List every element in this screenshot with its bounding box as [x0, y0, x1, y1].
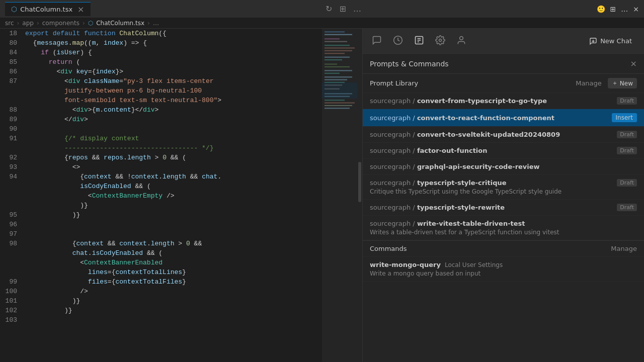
chat-icon[interactable]: [370, 33, 384, 49]
line-num-94b: [5, 182, 17, 191]
svg-rect-1: [325, 31, 345, 32]
prompt-name: sourcegraph / convert-to-sveltekit-updat…: [370, 131, 613, 138]
account-icon[interactable]: [454, 33, 468, 49]
prompt-item-header: sourcegraph / write-vitest-table-driven-…: [370, 220, 637, 227]
svg-rect-2: [325, 34, 352, 35]
prompt-item-ts-rewrite[interactable]: sourcegraph / typescript-style-rewrite D…: [363, 200, 644, 216]
prompt-item-vitest[interactable]: sourcegraph / write-vitest-table-driven-…: [363, 216, 644, 240]
svg-rect-8: [325, 53, 345, 54]
line-num-87c: [5, 96, 17, 105]
prompt-item-header: sourcegraph / convert-from-typescript-to…: [370, 97, 637, 105]
line-num-18: 18: [5, 29, 17, 38]
svg-rect-26: [322, 82, 357, 99]
svg-rect-24: [325, 105, 352, 106]
minimap: [322, 29, 357, 362]
line-num-94d: [5, 201, 17, 210]
svg-rect-23: [325, 103, 355, 104]
close-window-icon[interactable]: ×: [633, 5, 639, 13]
line-num-92: 92: [5, 153, 17, 162]
prompt-item-ts-critique[interactable]: sourcegraph / typescript-style-critique …: [363, 175, 644, 200]
prompt-name: sourcegraph / write-vitest-table-driven-…: [370, 220, 637, 227]
tab-close-button[interactable]: ×: [77, 5, 84, 14]
new-label: New: [620, 80, 633, 87]
prompt-name: sourcegraph / typescript-style-critique: [370, 179, 613, 187]
line-num-98c: [5, 258, 17, 267]
code-line-96: [25, 220, 317, 229]
code-line-87c: font-semibold text-sm text-neutral-800">: [25, 96, 317, 105]
manage-commands-button[interactable]: Manage: [611, 245, 637, 252]
svg-rect-4: [325, 41, 347, 42]
prompt-item-convert-ts-go[interactable]: sourcegraph / convert-from-typescript-to…: [363, 93, 644, 109]
svg-rect-14: [325, 73, 340, 74]
manage-prompts-button[interactable]: Manage: [574, 78, 604, 88]
editor-scrollbar[interactable]: [357, 29, 362, 362]
prompt-item-convert-svelte[interactable]: sourcegraph / convert-to-sveltekit-updat…: [363, 127, 644, 143]
svg-rect-15: [325, 76, 352, 77]
history-icon[interactable]: [391, 33, 405, 49]
panel-icon[interactable]: ⊞: [610, 5, 616, 13]
new-prompt-button[interactable]: ＋ New: [608, 78, 637, 88]
code-line-102: )}: [25, 306, 317, 315]
prompt-item-graphql[interactable]: sourcegraph / graphql-api-security-code-…: [363, 159, 644, 175]
prompts-title: Prompts & Commands: [370, 60, 449, 68]
settings-icon[interactable]: [433, 33, 447, 49]
prompt-description: Writes a table-driven test for a TypeScr…: [370, 229, 637, 236]
line-num-99: 99: [5, 277, 17, 287]
svg-rect-22: [325, 100, 345, 101]
line-num-94c: [5, 191, 17, 201]
line-num-91b: [5, 143, 17, 153]
svg-rect-9: [325, 57, 350, 58]
prompt-library-header: Prompt Library Manage ＋ New: [363, 74, 644, 93]
prompt-item-header: sourcegraph / convert-to-sveltekit-updat…: [370, 131, 637, 138]
insert-prompt-button[interactable]: Insert: [612, 113, 637, 122]
breadcrumb-src[interactable]: src: [5, 20, 14, 27]
svg-point-33: [460, 36, 463, 40]
new-chat-icon: [589, 37, 597, 45]
more-icon[interactable]: …: [353, 4, 361, 14]
line-num-102: 102: [5, 306, 17, 315]
line-num-98: 98: [5, 239, 17, 248]
line-num-96: 96: [5, 220, 17, 229]
line-num-103: 103: [5, 315, 17, 325]
title-bar: ⬡ ChatColumn.tsx × ↻ ⊞ … 🙂 ⊞ … ×: [0, 0, 644, 18]
sync-icon[interactable]: ↻: [326, 4, 332, 14]
breadcrumb-file[interactable]: ChatColumn.tsx: [96, 20, 144, 27]
command-item-mongo[interactable]: write-mongo-query Local User Settings Wr…: [363, 257, 644, 282]
editor-tab[interactable]: ⬡ ChatColumn.tsx ×: [5, 2, 91, 16]
title-bar-left: ⬡ ChatColumn.tsx ×: [5, 2, 91, 16]
layout-icon[interactable]: ⊞: [340, 4, 346, 14]
line-num-91: 91: [5, 134, 17, 143]
svg-rect-11: [325, 64, 337, 65]
svg-rect-0: [322, 29, 357, 362]
prompt-draft-badge: Draft: [617, 97, 637, 105]
command-item-header: write-mongo-query Local User Settings: [370, 261, 637, 268]
prompt-name: sourcegraph / typescript-style-rewrite: [370, 204, 613, 211]
prompts-icon[interactable]: [412, 33, 426, 49]
prompt-draft-badge: Draft: [617, 204, 637, 211]
plus-icon: ＋: [612, 79, 618, 87]
prompt-item-header: sourcegraph / typescript-style-rewrite D…: [370, 204, 637, 211]
line-num-98d: [5, 267, 17, 277]
cody-avatar-icon[interactable]: 🙂: [597, 5, 605, 13]
code-line-98b: chat.isCodyEnabled && (: [25, 248, 317, 258]
line-numbers: 18 80 84 85 86 87 88 89 90 91 92 93 94 9…: [0, 29, 25, 362]
prompt-item-convert-react[interactable]: sourcegraph / convert-to-react-function-…: [363, 109, 644, 127]
prompt-draft-badge: Draft: [617, 131, 637, 138]
commands-header: Commands Manage: [363, 240, 644, 257]
main-content: 18 80 84 85 86 87 88 89 90 91 92 93 94 9…: [0, 29, 644, 362]
svg-rect-10: [325, 59, 342, 60]
cody-header: New Chat: [363, 29, 644, 54]
code-line-94c: <ContextBannerEmpty />: [25, 191, 317, 201]
new-chat-button[interactable]: New Chat: [584, 35, 637, 47]
breadcrumb-app[interactable]: app: [22, 20, 34, 27]
code-line-18: export default function ChatColumn({: [25, 29, 317, 38]
prompts-close-button[interactable]: ×: [630, 59, 637, 68]
breadcrumb-components[interactable]: components: [42, 20, 79, 27]
svg-rect-3: [325, 38, 340, 39]
code-line-92: {repos && repos.length > 0 && (: [25, 153, 317, 162]
code-content[interactable]: export default function ChatColumn({ {me…: [25, 29, 322, 362]
breadcrumb-sep-2: ›: [37, 20, 39, 27]
title-more-icon[interactable]: …: [621, 5, 628, 13]
prompt-item-factor-out[interactable]: sourcegraph / factor-out-function Draft: [363, 143, 644, 159]
breadcrumb-more[interactable]: …: [153, 20, 159, 27]
